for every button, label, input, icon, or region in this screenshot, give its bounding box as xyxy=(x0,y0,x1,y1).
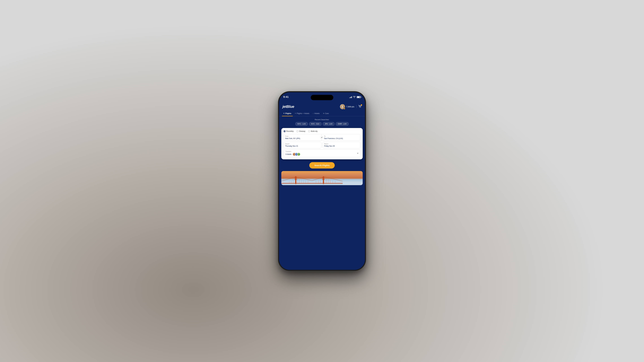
app-content: jetBlue xyxy=(279,102,365,270)
svg-rect-8 xyxy=(294,179,297,180)
date-row: Depart Thursday Nov 21 Return Friday Nov… xyxy=(284,142,360,148)
to-value: San Francisco, CA (LAX) xyxy=(324,137,359,139)
svg-rect-29 xyxy=(281,183,342,185)
svg-point-3 xyxy=(360,107,361,107)
user-avatar[interactable] xyxy=(340,104,345,109)
phone-device: 9:41 xyxy=(278,91,366,271)
recent-chip-ewr-lax[interactable]: EWR - LAX xyxy=(336,122,348,126)
header-divider xyxy=(356,105,356,108)
app-header: jetBlue xyxy=(279,102,365,111)
travelers-chevron-icon xyxy=(357,152,358,154)
status-time: 9:41 xyxy=(283,95,289,98)
battery-icon xyxy=(357,96,361,98)
svg-rect-28 xyxy=(281,183,342,183)
recent-chip-nyc-lax[interactable]: NYC - LAX xyxy=(295,122,308,126)
radio-multicity-circle xyxy=(308,130,310,132)
from-field[interactable]: From New York, NY (JFK) xyxy=(284,134,322,141)
recent-chips-row: NYC - LAX NYC - SJU JFK - LAX EWR - LAX xyxy=(282,122,362,126)
recent-searches-label: Recent Searches: xyxy=(282,119,362,121)
recent-chip-nyc-sju[interactable]: NYC - SJU xyxy=(309,122,322,126)
flights-tab-icon: ✈ xyxy=(283,112,284,114)
svg-point-1 xyxy=(342,107,344,108)
signal-icon xyxy=(350,96,352,98)
cart-badge xyxy=(361,104,362,106)
nav-tabs: ✈ Flights ✈ Flights + Hotels ⌂ Hotels ⊕ … xyxy=(279,111,365,116)
radio-oneway[interactable]: Oneway xyxy=(296,130,305,132)
radio-multicity[interactable]: Multi-city xyxy=(308,130,318,132)
trip-type-row: Roundtrip Oneway Multi-city xyxy=(284,130,360,132)
points-container[interactable]: 7,999 pts xyxy=(340,104,354,109)
radio-roundtrip[interactable]: Roundtrip xyxy=(284,130,294,132)
radio-roundtrip-circle xyxy=(284,130,286,132)
header-right: 7,999 pts xyxy=(340,104,362,109)
recent-searches: Recent Searches: NYC - LAX NYC - SJU JFK… xyxy=(279,116,365,127)
travelers-field[interactable]: Travelers 3 Adults xyxy=(284,149,360,157)
from-label: From xyxy=(285,135,320,137)
svg-point-2 xyxy=(360,107,360,107)
hotels-tab-icon: ⌂ xyxy=(313,112,314,114)
status-icons xyxy=(350,96,361,98)
bridge-svg xyxy=(281,175,342,185)
from-value: New York, NY (JFK) xyxy=(285,137,320,139)
search-flights-button[interactable]: Search Flights xyxy=(309,162,335,169)
traveler-avatar-3 xyxy=(297,153,300,156)
recent-chip-jfk-lax[interactable]: JFK - LAX xyxy=(323,122,335,126)
scene: 9:41 xyxy=(0,0,644,362)
depart-label: Depart xyxy=(285,143,320,145)
svg-point-0 xyxy=(342,106,343,107)
flights-hotels-tab-icon: ✈ xyxy=(295,112,296,114)
travelers-avatars xyxy=(292,153,300,156)
tab-cars[interactable]: ⊕ Cars xyxy=(322,111,330,116)
cars-tab-icon: ⊕ xyxy=(323,112,324,114)
phone-screen: 9:41 xyxy=(279,92,365,270)
app-logo: jetBlue xyxy=(282,104,294,109)
cart-button[interactable] xyxy=(358,105,362,108)
tab-flights-hotels[interactable]: ✈ Flights + Hotels xyxy=(293,111,311,116)
search-card: Roundtrip Oneway Multi-city xyxy=(281,128,363,159)
points-text: 7,999 pts xyxy=(346,106,354,108)
dynamic-island xyxy=(311,95,333,100)
depart-field[interactable]: Depart Thursday Nov 21 xyxy=(284,142,322,148)
tab-hotels[interactable]: ⌂ Hotels xyxy=(312,111,321,116)
return-field[interactable]: Return Friday Nov 29 xyxy=(322,142,360,148)
depart-value: Thursday Nov 21 xyxy=(285,145,320,147)
from-to-row: From New York, NY (JFK) To San Francisco… xyxy=(284,134,360,141)
swap-button[interactable] xyxy=(320,136,324,139)
return-value: Friday Nov 29 xyxy=(324,145,359,147)
return-label: Return xyxy=(324,143,359,145)
avatar-badge-dot xyxy=(344,108,345,109)
travelers-label: Travelers xyxy=(286,151,357,152)
svg-rect-7 xyxy=(294,177,297,178)
svg-rect-9 xyxy=(322,177,325,178)
svg-rect-10 xyxy=(322,179,325,180)
travelers-value: 3 Adults xyxy=(286,153,292,155)
radio-oneway-circle xyxy=(296,130,298,132)
to-label: To xyxy=(324,135,359,137)
tab-flights[interactable]: ✈ Flights xyxy=(282,111,293,116)
to-field[interactable]: To San Francisco, CA (LAX) xyxy=(322,134,360,141)
wifi-icon xyxy=(353,96,356,98)
destination-image xyxy=(281,171,363,185)
